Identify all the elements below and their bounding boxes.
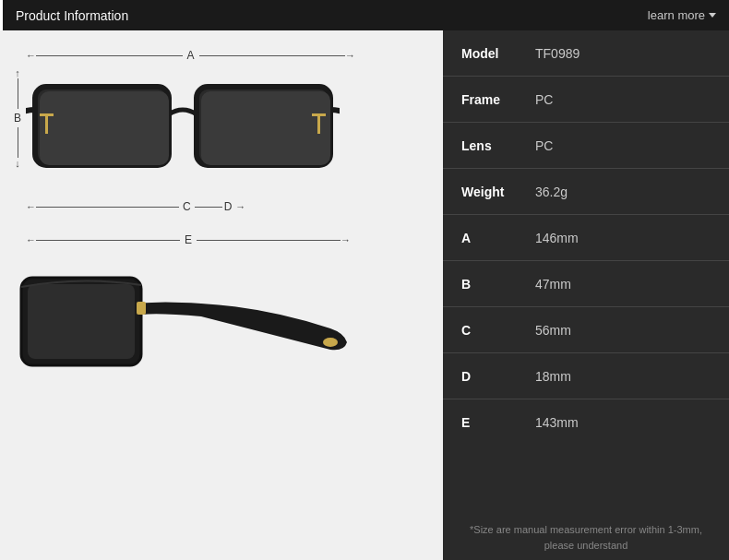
spec-value: 36.2g xyxy=(535,185,568,199)
spec-row: B 47mm xyxy=(443,261,729,307)
front-view: ← A → ↑ B ↓ xyxy=(9,40,360,224)
right-panel: Model TF0989 Frame PC Lens PC Weight 36.… xyxy=(443,30,729,560)
spec-value: 146mm xyxy=(535,231,579,245)
spec-key: C xyxy=(461,323,535,338)
spec-value: 143mm xyxy=(535,415,579,430)
svg-point-15 xyxy=(323,338,338,347)
spec-value: PC xyxy=(535,138,553,153)
svg-rect-11 xyxy=(312,113,326,116)
dim-E-line: ← E → xyxy=(26,233,351,246)
spec-row: Frame PC xyxy=(443,77,729,123)
spec-value: 18mm xyxy=(535,369,571,384)
spec-row: D 18mm xyxy=(443,353,729,399)
spec-row: A 146mm xyxy=(443,215,729,261)
spec-key: Lens xyxy=(461,138,535,153)
spec-key: E xyxy=(461,415,535,430)
main-content: ← A → ↑ B ↓ xyxy=(0,30,729,560)
side-view: ← E → xyxy=(9,224,360,409)
spec-row: Model TF0989 xyxy=(443,30,729,77)
dim-A-line: ← A → xyxy=(26,49,355,62)
spec-note: *Size are manual measurement error withi… xyxy=(443,515,729,560)
glasses-side-image xyxy=(17,250,349,398)
svg-rect-10 xyxy=(317,113,320,134)
svg-rect-9 xyxy=(40,113,54,116)
spec-key: A xyxy=(461,231,535,245)
spec-value: 56mm xyxy=(535,323,571,338)
learn-more-button[interactable]: learn more xyxy=(648,8,716,22)
header-bar: Product Information learn more xyxy=(0,0,729,30)
spec-value: 47mm xyxy=(535,277,571,292)
spec-row: Weight 36.2g xyxy=(443,169,729,215)
spec-value: PC xyxy=(535,92,553,107)
spec-row: C 56mm xyxy=(443,307,729,353)
glasses-front-image xyxy=(26,64,340,197)
chevron-down-icon xyxy=(709,13,716,18)
spec-value: TF0989 xyxy=(535,46,580,61)
spec-key: Model xyxy=(461,46,535,61)
spec-row: Lens PC xyxy=(443,123,729,169)
spec-key: Frame xyxy=(461,92,535,107)
svg-rect-14 xyxy=(137,302,146,315)
dim-B-line: ↑ B ↓ xyxy=(14,67,21,169)
left-panel: ← A → ↑ B ↓ xyxy=(0,30,443,560)
page-title: Product Information xyxy=(16,8,128,23)
svg-rect-6 xyxy=(40,91,169,165)
svg-rect-8 xyxy=(45,113,48,134)
dim-CD-line: ← C D → xyxy=(26,200,355,213)
spec-table: Model TF0989 Frame PC Lens PC Weight 36.… xyxy=(443,30,729,515)
svg-rect-7 xyxy=(201,91,330,165)
svg-rect-13 xyxy=(28,284,135,359)
spec-key: Weight xyxy=(461,185,535,199)
spec-key: B xyxy=(461,277,535,292)
spec-key: D xyxy=(461,369,535,384)
spec-row: E 143mm xyxy=(443,399,729,446)
